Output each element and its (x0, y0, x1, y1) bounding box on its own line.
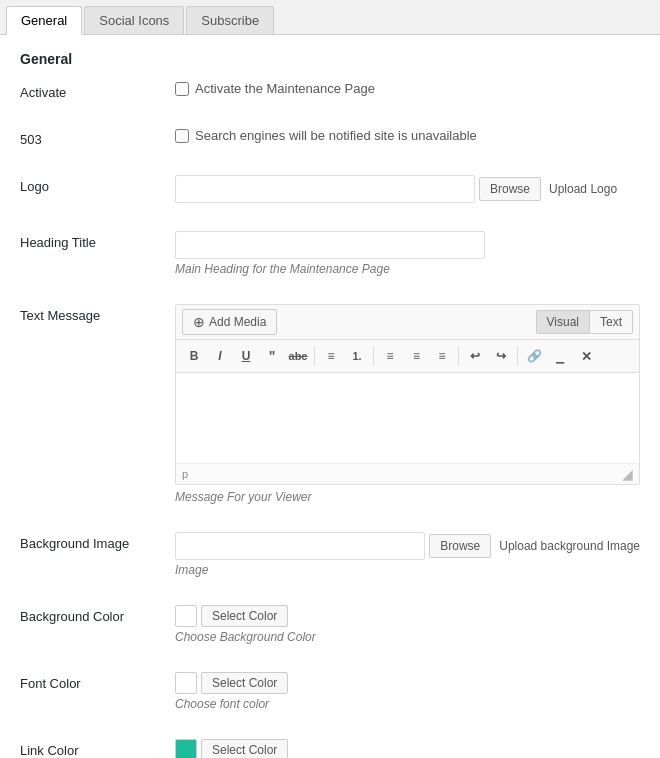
activate-checkbox[interactable] (175, 82, 189, 96)
background-color-hint: Choose Background Color (175, 630, 640, 644)
text-message-row: Text Message ⊕ Add Media Visual Text (20, 304, 640, 514)
tab-general[interactable]: General (6, 6, 82, 35)
editor-wrap: ⊕ Add Media Visual Text B I U " (175, 304, 640, 485)
activate-checkbox-label[interactable]: Activate the Maintenance Page (175, 81, 640, 96)
editor-top-bar: ⊕ Add Media Visual Text (176, 305, 639, 340)
background-image-hint: Image (175, 563, 640, 577)
align-right-button[interactable]: ≡ (430, 344, 454, 368)
background-image-control: Browse Upload background Image Image (175, 532, 640, 577)
link-color-control: Select Color Choose Link color (175, 739, 640, 758)
link-button[interactable]: 🔗 (522, 344, 546, 368)
toolbar-sep-4 (517, 347, 518, 365)
heading-control: MAINTENANCE PAGE Main Heading for the Ma… (175, 231, 640, 276)
font-color-picker-row: Select Color (175, 672, 640, 694)
redo-button[interactable]: ↪ (489, 344, 513, 368)
tab-subscribe[interactable]: Subscribe (186, 6, 274, 34)
s503-row: 503 Search engines will be notified site… (20, 128, 640, 157)
section-title: General (20, 51, 640, 67)
blockquote-button[interactable]: " (260, 344, 284, 368)
s503-checkbox[interactable] (175, 129, 189, 143)
background-color-select-button[interactable]: Select Color (201, 605, 288, 627)
background-color-picker-row: Select Color (175, 605, 640, 627)
ordered-list-button[interactable]: 1. (345, 344, 369, 368)
logo-upload-label: Upload Logo (549, 182, 617, 196)
tab-social-icons[interactable]: Social Icons (84, 6, 184, 34)
text-message-control: ⊕ Add Media Visual Text B I U " (175, 304, 640, 504)
heading-title-input[interactable]: MAINTENANCE PAGE (175, 231, 485, 259)
logo-browse-button[interactable]: Browse (479, 177, 541, 201)
toolbar-sep-3 (458, 347, 459, 365)
tab-content: General Activate Activate the Maintenanc… (0, 35, 660, 758)
s503-checkbox-label[interactable]: Search engines will be notified site is … (175, 128, 640, 143)
editor-footer: p ◢ (176, 463, 639, 484)
heading-row: Heading Title MAINTENANCE PAGE Main Head… (20, 231, 640, 286)
background-image-upload-label: Upload background Image (499, 539, 640, 553)
logo-label: Logo (20, 175, 175, 194)
align-center-button[interactable]: ≡ (404, 344, 428, 368)
background-image-browse-button[interactable]: Browse (429, 534, 491, 558)
background-color-row: Background Color Select Color Choose Bac… (20, 605, 640, 654)
activate-label: Activate (20, 81, 175, 100)
resize-handle[interactable]: ◢ (622, 466, 633, 482)
align-left-button[interactable]: ≡ (378, 344, 402, 368)
link-color-select-button[interactable]: Select Color (201, 739, 288, 758)
fullscreen-button[interactable]: ✕ (574, 344, 598, 368)
heading-label: Heading Title (20, 231, 175, 250)
link-color-picker-row: Select Color (175, 739, 640, 758)
text-message-hint: Message For your Viewer (175, 490, 640, 504)
font-color-label: Font Color (20, 672, 175, 691)
background-color-control: Select Color Choose Background Color (175, 605, 640, 644)
s503-label: 503 (20, 128, 175, 147)
logo-input-browse: Browse Upload Logo (175, 175, 640, 203)
link-color-row: Link Color Select Color Choose Link colo… (20, 739, 640, 758)
background-image-row: Background Image Browse Upload backgroun… (20, 532, 640, 587)
font-color-control: Select Color Choose font color (175, 672, 640, 711)
s503-checkbox-text: Search engines will be notified site is … (195, 128, 477, 143)
activate-checkbox-text: Activate the Maintenance Page (195, 81, 375, 96)
strikethrough-button[interactable]: abc (286, 344, 310, 368)
background-color-label: Background Color (20, 605, 175, 624)
text-button[interactable]: Text (590, 310, 633, 334)
link-color-label: Link Color (20, 739, 175, 758)
unlink-button[interactable]: ⎯ (548, 344, 572, 368)
unordered-list-button[interactable]: ≡ (319, 344, 343, 368)
editor-body[interactable] (176, 373, 639, 463)
main-wrap: General Social Icons Subscribe General A… (0, 0, 660, 758)
toolbar-sep-2 (373, 347, 374, 365)
add-media-icon: ⊕ (193, 314, 205, 330)
text-message-label: Text Message (20, 304, 175, 323)
underline-button[interactable]: U (234, 344, 258, 368)
editor-tag: p (182, 468, 188, 480)
logo-input[interactable] (175, 175, 475, 203)
activate-control: Activate the Maintenance Page (175, 81, 640, 96)
logo-row: Logo Browse Upload Logo (20, 175, 640, 213)
background-color-swatch (175, 605, 197, 627)
s503-control: Search engines will be notified site is … (175, 128, 640, 143)
font-color-swatch (175, 672, 197, 694)
undo-button[interactable]: ↩ (463, 344, 487, 368)
bold-button[interactable]: B (182, 344, 206, 368)
heading-hint: Main Heading for the Maintenance Page (175, 262, 640, 276)
format-toolbar: B I U " abc ≡ 1. ≡ ≡ ≡ ↩ ↪ (176, 340, 639, 373)
toolbar-sep-1 (314, 347, 315, 365)
font-color-select-button[interactable]: Select Color (201, 672, 288, 694)
background-image-input-browse: Browse Upload background Image (175, 532, 640, 560)
background-image-label: Background Image (20, 532, 175, 551)
link-color-swatch (175, 739, 197, 758)
font-color-hint: Choose font color (175, 697, 640, 711)
italic-button[interactable]: I (208, 344, 232, 368)
logo-control: Browse Upload Logo (175, 175, 640, 203)
background-image-input[interactable] (175, 532, 425, 560)
tab-bar: General Social Icons Subscribe (0, 0, 660, 35)
add-media-label: Add Media (209, 315, 266, 329)
visual-button[interactable]: Visual (536, 310, 590, 334)
font-color-row: Font Color Select Color Choose font colo… (20, 672, 640, 721)
activate-row: Activate Activate the Maintenance Page (20, 81, 640, 110)
add-media-button[interactable]: ⊕ Add Media (182, 309, 277, 335)
view-toggle: Visual Text (536, 310, 633, 334)
